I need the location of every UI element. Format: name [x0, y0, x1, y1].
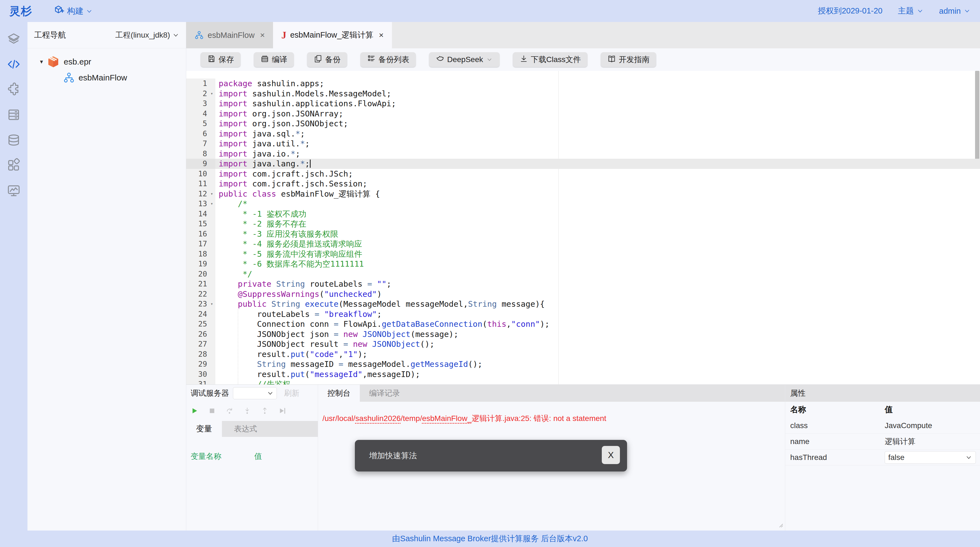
variables-name-header: 变量名称 — [191, 451, 255, 461]
gutter: 4 — [186, 109, 215, 119]
fold-marker-icon[interactable]: ▾ — [208, 199, 215, 209]
compile-error-message: /usr/local/sashulin2026/temp/esbMainFlow… — [323, 413, 785, 424]
code-line[interactable]: 13▾ /* — [186, 199, 980, 209]
tree-item-esb.epr[interactable]: ▾esb.epr — [27, 54, 186, 70]
deepseek-button[interactable]: DeepSeek — [429, 52, 500, 67]
property-row-name: name逻辑计算 — [785, 434, 980, 450]
step-into-button[interactable] — [243, 407, 251, 415]
code-text: routeLabels = "breakflow"; — [215, 309, 382, 320]
tab-close-icon[interactable]: × — [260, 30, 265, 40]
code-line[interactable]: 24 routeLabels = "breakflow"; — [186, 309, 980, 320]
line-number: 11 — [186, 179, 208, 189]
fold-marker-icon — [208, 119, 215, 129]
code-line[interactable]: 29 String messageID = messageModel.getMe… — [186, 359, 980, 369]
code-line[interactable]: 7import java.util.*; — [186, 139, 980, 149]
guide-button[interactable]: 开发指南 — [601, 52, 656, 67]
fold-marker-icon[interactable]: ▾ — [208, 189, 215, 199]
stop-button[interactable] — [208, 407, 216, 415]
code-line[interactable]: 19 * -6 数据库名不能为空1111111 — [186, 259, 980, 269]
plugins-icon[interactable] — [6, 83, 21, 97]
gutter: 10 — [186, 169, 215, 179]
code-editor[interactable]: 1package sashulin.apps;2▾import sashulin… — [186, 71, 980, 385]
line-number: 23 — [186, 299, 208, 309]
editor-tab-esbMainFlow[interactable]: esbMainFlow× — [186, 22, 273, 48]
gutter: 26 — [186, 329, 215, 339]
tree-item-esbMainFlow[interactable]: esbMainFlow — [27, 70, 186, 86]
project-selector[interactable]: 工程(linux_jdk8) — [115, 30, 179, 40]
code-line[interactable]: 12▾public class esbMainFlow_逻辑计算 { — [186, 189, 980, 199]
code-line[interactable]: 9import java.lang.*; — [186, 159, 980, 169]
step-out-button[interactable] — [261, 407, 269, 415]
button-label: 编译 — [272, 54, 287, 65]
step-over-button[interactable] — [226, 407, 234, 415]
backup-button[interactable]: 备份 — [307, 52, 347, 67]
code-line[interactable]: 2▾import sashulin.Models.MessageModel; — [186, 89, 980, 99]
run-to-end-button[interactable] — [278, 407, 286, 415]
toast-close-button[interactable]: X — [602, 446, 620, 464]
code-line[interactable]: 4import org.json.JSONArray; — [186, 109, 980, 119]
code-text: * -5 服务流中没有请求响应组件 — [215, 249, 362, 259]
code-line[interactable]: 31 //先鉴权 — [186, 379, 980, 385]
code-line[interactable]: 11import com.jcraft.jsch.Session; — [186, 179, 980, 189]
theme-menu[interactable]: 主题 — [898, 5, 924, 16]
code-line[interactable]: 8import java.io.*; — [186, 149, 980, 159]
tab-variables[interactable]: 变量 — [186, 421, 222, 437]
code-line[interactable]: 26 JSONObject json = new JSONObject(mess… — [186, 329, 980, 339]
code-line[interactable]: 30 result.put("messageId",messageID); — [186, 369, 980, 380]
code-icon[interactable] — [6, 57, 21, 72]
debug-server-select[interactable] — [233, 387, 277, 399]
code-line[interactable]: 6import java.sql.*; — [186, 129, 980, 139]
tab-expressions[interactable]: 表达式 — [222, 421, 318, 437]
code-line[interactable]: 14 * -1 鉴权不成功 — [186, 209, 980, 219]
code-line[interactable]: 10import com.jcraft.jsch.JSch; — [186, 169, 980, 179]
backup-list-button[interactable]: 备份列表 — [360, 52, 416, 67]
line-number: 6 — [186, 129, 208, 139]
fold-marker-icon[interactable]: ▾ — [208, 89, 215, 99]
code-line[interactable]: 22 @SuppressWarnings("unchecked") — [186, 289, 980, 299]
user-menu[interactable]: admin — [939, 6, 970, 16]
code-line[interactable]: 18 * -5 服务流中没有请求响应组件 — [186, 249, 980, 259]
line-number: 28 — [186, 349, 208, 359]
code-line[interactable]: 23▾ public String execute(MessageModel m… — [186, 299, 980, 309]
tab-compile-log[interactable]: 编译记录 — [360, 385, 409, 402]
fold-marker-icon — [208, 269, 215, 279]
tab-close-icon[interactable]: × — [379, 30, 384, 40]
properties-name-header: 名称 — [790, 404, 885, 415]
build-menu[interactable]: 构建 — [54, 5, 93, 17]
code-line[interactable]: 3import sashulin.applications.FlowApi; — [186, 99, 980, 109]
code-line[interactable]: 27 JSONObject result = new JSONObject(); — [186, 339, 980, 349]
code-line[interactable]: 25 Connection conn = FlowApi.getDataBase… — [186, 319, 980, 329]
code-line[interactable]: 28 result.put("code","1"); — [186, 349, 980, 359]
editor-tab-esbMainFlow_逻辑计算[interactable]: JesbMainFlow_逻辑计算× — [273, 22, 392, 48]
chevron-down-icon — [486, 56, 493, 63]
database-icon[interactable] — [6, 133, 21, 147]
code-text: * -4 服务必须是推送或请求响应 — [215, 239, 362, 249]
fold-marker-icon — [208, 279, 215, 289]
hasThread-select[interactable]: false — [885, 451, 976, 464]
gutter: 25 — [186, 319, 215, 329]
fold-marker-icon — [208, 309, 215, 320]
compile-icon — [260, 54, 269, 65]
tab-console[interactable]: 控制台 — [318, 385, 360, 402]
code-line[interactable]: 20 */ — [186, 269, 980, 279]
tree-caret-icon[interactable]: ▾ — [37, 58, 46, 65]
code-line[interactable]: 15 * -2 服务不存在 — [186, 219, 980, 229]
servers-icon[interactable] — [6, 108, 21, 122]
run-button[interactable] — [191, 407, 198, 415]
code-line[interactable]: 21 private String routeLabels = ""; — [186, 279, 980, 289]
layers-icon[interactable] — [6, 32, 21, 46]
code-line[interactable]: 17 * -4 服务必须是推送或请求响应 — [186, 239, 980, 249]
save-button[interactable]: 保存 — [200, 52, 240, 67]
package-icon — [47, 55, 60, 68]
code-line[interactable]: 1package sashulin.apps; — [186, 78, 980, 89]
compile-button[interactable]: 编译 — [254, 52, 294, 67]
download-button[interactable]: 下载Class文件 — [513, 52, 587, 67]
fold-marker-icon[interactable]: ▾ — [208, 299, 215, 309]
code-line[interactable]: 5import org.json.JSONObject; — [186, 119, 980, 129]
refresh-button[interactable]: 刷新 — [284, 388, 299, 398]
monitor-icon[interactable] — [6, 183, 21, 198]
code-line[interactable]: 16 * -3 应用没有该服务权限 — [186, 229, 980, 239]
gutter: 24 — [186, 309, 215, 320]
resize-handle[interactable] — [778, 522, 783, 528]
components-icon[interactable] — [6, 158, 21, 172]
